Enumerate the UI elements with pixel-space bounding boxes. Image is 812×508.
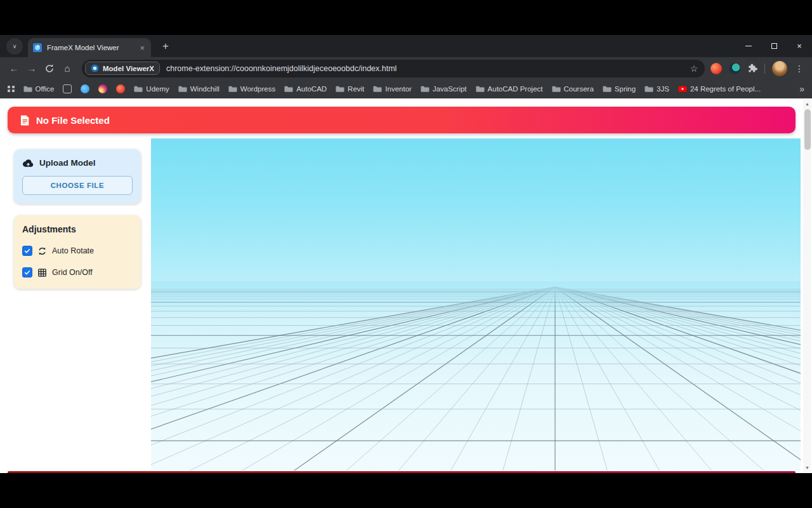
bookmark-wordpress[interactable]: Wordpress — [228, 84, 275, 93]
extension-teal-icon[interactable] — [729, 63, 740, 74]
tab-search-button[interactable]: ∨ — [6, 38, 23, 55]
bookmark-label: JavaScript — [433, 85, 467, 93]
bookmark-label: Wordpress — [240, 85, 275, 93]
bookmark-javascript[interactable]: JavaScript — [421, 84, 467, 93]
forward-icon: → — [27, 63, 37, 74]
back-button[interactable]: ← — [5, 60, 23, 77]
bookmark-office[interactable]: Office — [23, 84, 55, 93]
no-file-banner: No File Selected — [8, 107, 796, 133]
address-bar[interactable]: Model ViewerX chrome-extension://cooonnk… — [82, 60, 705, 77]
home-icon: ⌂ — [64, 63, 70, 74]
bookmark-coursera[interactable]: Coursera — [552, 84, 594, 93]
forward-button[interactable]: → — [23, 60, 41, 77]
toolbar-extensions: ⋮ — [710, 61, 804, 76]
auto-rotate-icon — [37, 246, 47, 256]
apps-grid-icon[interactable] — [8, 86, 15, 93]
folder-icon — [134, 84, 143, 93]
site-badge[interactable]: Model ViewerX — [85, 62, 160, 75]
scroll-down-arrow[interactable]: ▼ — [803, 464, 811, 472]
bookmark-favicon-3[interactable] — [98, 84, 107, 93]
tab-framex-model-viewer[interactable]: FrameX Model Viewer × — [28, 38, 151, 57]
bookmark-favicon-4[interactable] — [116, 84, 125, 93]
maximize-icon — [771, 43, 777, 49]
reload-icon — [44, 64, 55, 74]
extension-badge-icon — [91, 64, 99, 72]
profile-avatar[interactable] — [772, 61, 787, 76]
minimize-button[interactable] — [736, 35, 761, 57]
bookmark-spring[interactable]: Spring — [603, 84, 636, 93]
grid-toggle-checkbox[interactable] — [22, 267, 32, 277]
choose-file-button[interactable]: CHOOSE FILE — [22, 176, 133, 195]
bookmark-inventor[interactable]: Inventor — [373, 84, 412, 93]
check-icon — [23, 269, 31, 276]
folder-icon — [336, 84, 344, 93]
new-tab-button[interactable]: + — [157, 38, 174, 55]
scrollbar-thumb[interactable] — [804, 109, 811, 150]
folder-icon — [228, 84, 237, 93]
bookmark-youtube-video[interactable]: 24 Regrets of Peopl... — [678, 84, 761, 93]
page-scrollbar[interactable]: ▲ ▼ — [803, 99, 811, 472]
page-content: No File Selected Upload Model CHOOSE FIL… — [0, 98, 812, 473]
cloud-upload-icon — [22, 159, 34, 168]
menu-kebab-icon[interactable]: ⋮ — [794, 64, 804, 74]
3d-viewport[interactable] — [151, 138, 801, 471]
toolbar-divider — [764, 64, 765, 74]
extension-red-icon[interactable] — [710, 63, 722, 74]
reload-button[interactable] — [41, 60, 58, 77]
bookmark-udemy[interactable]: Udemy — [134, 84, 169, 93]
browser-window: ∨ FrameX Model Viewer × + × ← → — [0, 35, 812, 473]
close-button[interactable]: × — [787, 35, 812, 57]
scroll-up-arrow[interactable]: ▲ — [803, 100, 811, 108]
site-badge-label: Model ViewerX — [103, 65, 154, 72]
adjustments-card: Adjustments Auto Rotate — [14, 215, 141, 289]
maximize-button[interactable] — [761, 35, 787, 57]
folder-icon — [421, 84, 429, 93]
bookmark-label: Windchill — [190, 85, 219, 93]
tab-favicon-icon — [33, 43, 42, 52]
upload-card-title: Upload Model — [39, 158, 96, 168]
bookmark-label: Udemy — [146, 85, 169, 93]
bookmark-label: 3JS — [657, 85, 669, 93]
bookmark-label: Coursera — [564, 85, 594, 93]
bookmark-star-icon[interactable]: ☆ — [686, 64, 702, 74]
folder-icon — [373, 84, 382, 93]
extensions-puzzle-icon[interactable] — [747, 64, 757, 74]
tab-close-icon[interactable]: × — [138, 43, 146, 53]
plus-icon: + — [162, 40, 169, 53]
auto-rotate-checkbox[interactable] — [22, 246, 32, 256]
upload-model-card: Upload Model CHOOSE FILE — [14, 149, 141, 204]
bookmark-autocad[interactable]: AutoCAD — [284, 84, 327, 93]
grid-toggle-option: Grid On/Off — [22, 267, 133, 277]
cloud-favicon-icon — [81, 84, 89, 93]
bottom-accent-line — [8, 471, 796, 473]
url-text[interactable]: chrome-extension://cooonnkoinemjdolilkid… — [166, 64, 686, 73]
horizon-fade — [151, 281, 801, 312]
grid-icon — [37, 268, 47, 277]
red-favicon-icon — [116, 84, 125, 93]
chevron-down-icon: ∨ — [13, 43, 17, 50]
folder-icon — [23, 84, 32, 93]
bookmark-autocad-project[interactable]: AutoCAD Project — [476, 84, 543, 93]
bookmarks-overflow-chevron[interactable]: » — [799, 84, 804, 94]
bookmark-label: AutoCAD Project — [488, 85, 543, 93]
bookmark-label: AutoCAD — [296, 85, 327, 93]
home-button[interactable]: ⌂ — [58, 60, 76, 77]
bookmark-windchill[interactable]: Windchill — [178, 84, 219, 93]
bookmark-label: Revit — [348, 85, 364, 93]
bookmark-label: 24 Regrets of Peopl... — [690, 85, 761, 93]
bookmark-revit[interactable]: Revit — [336, 84, 364, 93]
folder-icon — [645, 84, 653, 93]
close-icon: × — [797, 41, 802, 51]
bookmark-3js[interactable]: 3JS — [645, 84, 669, 93]
check-icon — [23, 247, 31, 255]
bookmark-favicon-2[interactable] — [81, 84, 89, 93]
tab-strip: ∨ FrameX Model Viewer × + × — [0, 35, 812, 57]
bookmark-favicon-1[interactable] — [63, 84, 72, 93]
sidebar: Upload Model CHOOSE FILE Adjustments — [14, 149, 141, 289]
site-favicon-icon — [63, 84, 72, 93]
back-icon: ← — [10, 63, 19, 74]
document-icon — [20, 115, 30, 126]
bookmark-label: Inventor — [385, 85, 412, 93]
browser-toolbar: ← → ⌂ Model ViewerX chrome-extension://c… — [0, 57, 812, 79]
choose-file-label: CHOOSE FILE — [51, 182, 105, 189]
